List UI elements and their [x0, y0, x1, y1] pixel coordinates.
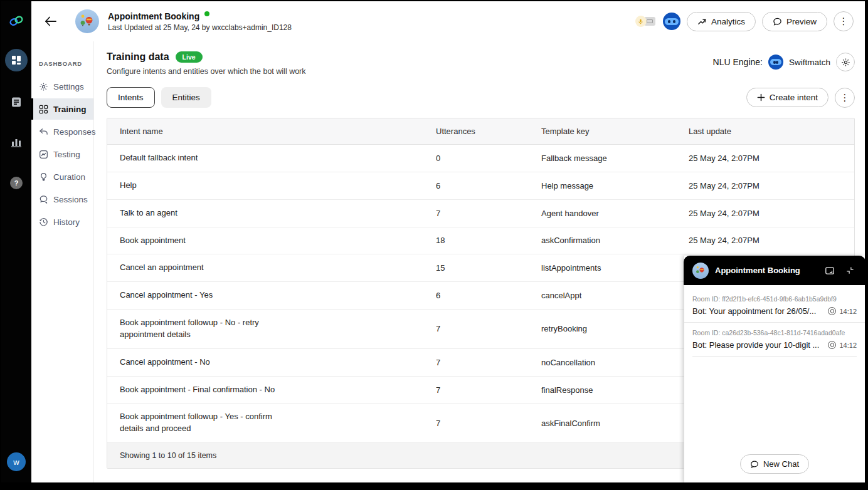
testing-icon — [39, 150, 48, 159]
nlu-bot-avatar — [663, 13, 680, 30]
tab-intents[interactable]: Intents — [107, 87, 155, 108]
chat-session-item[interactable]: Room ID: ff2d2f1b-efc6-451d-9fb6-6ab1b5a… — [684, 291, 865, 322]
preview-button[interactable]: Preview — [762, 12, 827, 31]
online-status-dot — [204, 11, 209, 16]
sidebar-item-sessions[interactable]: Sessions — [31, 189, 93, 210]
sidebar-item-training[interactable]: Training — [31, 98, 93, 120]
read-receipt-icon — [828, 307, 836, 315]
nlu-engine-name: Swiftmatch — [789, 58, 830, 67]
table-row[interactable]: Default fallback intent 0 Fallback messa… — [107, 145, 854, 172]
section-heading: Training data — [107, 51, 169, 63]
top-bar: Appointment Booking Last Updated at 25 M… — [31, 1, 865, 41]
gear-icon — [39, 82, 48, 91]
column-header-template-key: Template key — [541, 118, 689, 144]
sidebar-item-settings[interactable]: Settings — [31, 76, 93, 97]
intents-more-button[interactable]: ⋮ — [835, 88, 855, 108]
plus-icon — [757, 93, 765, 102]
rail-dashboard-button[interactable] — [5, 49, 28, 71]
column-header-intent-name: Intent name — [107, 118, 436, 144]
last-message-text: Bot: Please provide your 10-digit ... — [692, 340, 823, 350]
training-icon — [39, 105, 48, 114]
bot-avatar — [75, 9, 99, 33]
nlu-engine-bot-icon — [768, 55, 783, 70]
last-updated-text: Last Updated at 25 May, 24 by wxcclabs+a… — [108, 23, 292, 32]
table-row[interactable]: Help 6 Help message 25 May 24, 2:07PM — [107, 172, 854, 200]
sidebar-item-label: Training — [53, 105, 87, 114]
room-id-text: Room ID: ff2d2f1b-efc6-451d-9fb6-6ab1b5a… — [692, 295, 857, 303]
voice-channel-icon — [635, 16, 647, 27]
sidebar-item-history[interactable]: History — [31, 211, 93, 232]
nlu-settings-button[interactable] — [836, 53, 855, 71]
gear-icon — [841, 58, 850, 67]
sidebar-item-label: Testing — [53, 150, 80, 159]
table-header: Intent name Utterances Template key Last… — [107, 118, 854, 145]
sidebar-item-label: Responses — [53, 127, 96, 137]
app-rail: ? w — [1, 1, 31, 482]
chat-session-item[interactable]: Room ID: ca26d23b-536a-48c1-811d-7416ada… — [684, 322, 865, 356]
last-message-text: Bot: Your appointment for 26/05/... — [692, 306, 823, 316]
chat-bot-avatar — [692, 263, 709, 279]
rail-analytics-icon[interactable] — [7, 133, 26, 152]
app-window: ? w — [1, 1, 865, 482]
popout-icon[interactable] — [823, 264, 837, 278]
column-header-utterances: Utterances — [436, 118, 541, 144]
sidebar-item-curation[interactable]: Curation — [31, 166, 93, 187]
message-time: 14:12 — [839, 341, 857, 349]
channel-icons — [635, 16, 655, 27]
sidebar-item-testing[interactable]: Testing — [31, 143, 93, 165]
chat-bubbles-icon — [39, 195, 48, 204]
message-time: 14:12 — [839, 308, 857, 315]
history-clock-icon — [39, 217, 48, 227]
rail-notes-icon[interactable] — [7, 93, 26, 112]
chat-widget-title: Appointment Booking — [715, 266, 817, 275]
reply-arrow-icon — [39, 127, 48, 137]
live-badge: Live — [176, 51, 203, 63]
new-chat-button[interactable]: New Chat — [740, 454, 809, 474]
back-button[interactable] — [40, 11, 61, 32]
webex-logo-icon — [1, 1, 31, 40]
room-id-text: Room ID: ca26d23b-536a-48c1-811d-7416ada… — [692, 329, 857, 336]
sidebar: DASHBOARD Settings Training — [31, 41, 94, 482]
workspace-avatar[interactable]: w — [7, 452, 26, 471]
create-intent-button[interactable]: Create intent — [746, 88, 828, 107]
sidebar-item-label: Curation — [53, 172, 85, 182]
chat-session-list: Room ID: ff2d2f1b-efc6-451d-9fb6-6ab1b5a… — [684, 285, 865, 448]
sidebar-item-label: Settings — [53, 82, 84, 91]
chat-widget-header: Appointment Booking — [684, 256, 865, 285]
sidebar-item-label: Sessions — [53, 195, 88, 204]
column-header-last-update: Last update — [689, 118, 854, 144]
analytics-button[interactable]: Analytics — [687, 12, 756, 31]
top-more-button[interactable]: ⋮ — [834, 11, 854, 31]
sidebar-item-label: History — [53, 217, 80, 227]
chat-preview-widget: Appointment Booking Room ID: ff2d2f1b-ef… — [684, 256, 865, 482]
sidebar-item-responses[interactable]: Responses — [31, 121, 93, 142]
nlu-engine-label: NLU Engine: — [713, 57, 763, 67]
table-row[interactable]: Talk to an agent 7 Agent handover 25 May… — [107, 200, 854, 227]
read-receipt-icon — [828, 341, 836, 349]
page-title: Appointment Booking — [108, 11, 199, 21]
chat-bubble-icon — [750, 460, 759, 469]
tab-entities[interactable]: Entities — [161, 87, 211, 108]
intents-entities-tabs: Intents Entities — [107, 87, 211, 108]
lightbulb-icon — [39, 172, 48, 182]
sidebar-section-label: DASHBOARD — [31, 60, 93, 67]
table-row[interactable]: Book appointment 18 askConfirmation 25 M… — [107, 227, 854, 255]
rail-help-icon[interactable]: ? — [10, 177, 23, 189]
minimize-icon[interactable] — [843, 264, 857, 278]
section-description: Configure intents and entities over whic… — [107, 67, 306, 76]
